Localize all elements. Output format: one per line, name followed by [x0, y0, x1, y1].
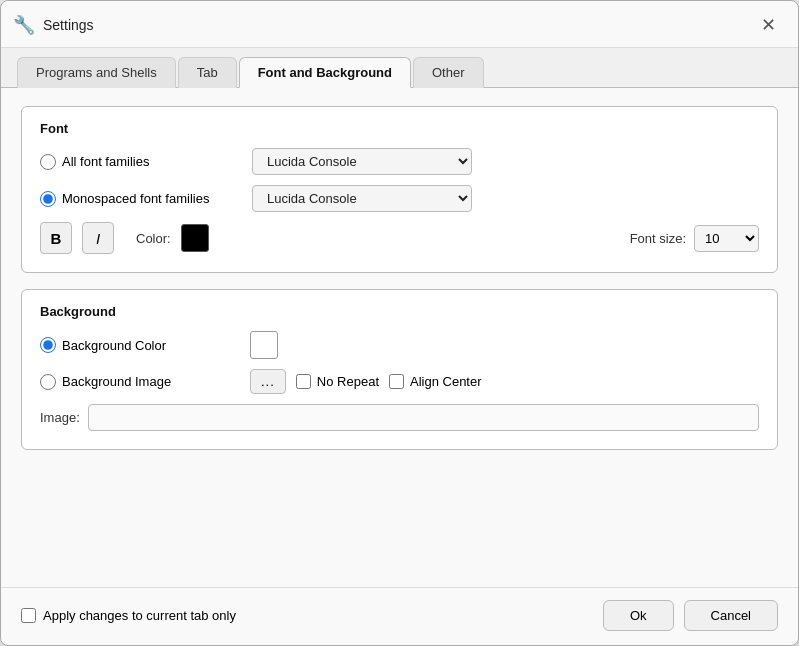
font-size-label: Font size: [630, 231, 686, 246]
cancel-button[interactable]: Cancel [684, 600, 778, 631]
tab-programs-and-shells[interactable]: Programs and Shells [17, 57, 176, 88]
bg-image-row: Background Image ... No Repeat Align Cen… [40, 369, 759, 394]
radio-bg-image-label[interactable]: Background Image [40, 374, 240, 390]
font-size-select[interactable]: 8 9 10 11 12 14 [694, 225, 759, 252]
apply-changes-checkbox[interactable] [21, 608, 36, 623]
apply-changes-text: Apply changes to current tab only [43, 608, 236, 623]
bg-color-row: Background Color [40, 331, 759, 359]
image-label: Image: [40, 410, 80, 425]
close-button[interactable]: ✕ [754, 11, 782, 39]
align-center-label[interactable]: Align Center [389, 374, 482, 389]
settings-dialog: 🔧 Settings ✕ Programs and Shells Tab Fon… [0, 0, 799, 646]
mono-font-row: Monospaced font families Lucida Console … [40, 185, 759, 212]
radio-all-fonts-text: All font families [62, 154, 149, 169]
ok-button[interactable]: Ok [603, 600, 674, 631]
tab-tab[interactable]: Tab [178, 57, 237, 88]
tab-bar: Programs and Shells Tab Font and Backgro… [1, 48, 798, 88]
radio-bg-color-label[interactable]: Background Color [40, 337, 240, 353]
radio-all-fonts[interactable] [40, 154, 56, 170]
no-repeat-checkbox[interactable] [296, 374, 311, 389]
font-section-title: Font [40, 121, 759, 136]
background-section-title: Background [40, 304, 759, 319]
dialog-content: Font All font families Lucida Console Co… [1, 88, 798, 587]
italic-button[interactable]: I [82, 222, 114, 254]
align-center-checkbox[interactable] [389, 374, 404, 389]
tab-font-and-background[interactable]: Font and Background [239, 57, 411, 88]
radio-bg-color[interactable] [40, 337, 56, 353]
tab-other[interactable]: Other [413, 57, 484, 88]
color-label: Color: [136, 231, 171, 246]
browse-button[interactable]: ... [250, 369, 286, 394]
radio-mono-fonts[interactable] [40, 191, 56, 207]
font-select-all[interactable]: Lucida Console Courier New Consolas [252, 148, 472, 175]
apply-changes-label[interactable]: Apply changes to current tab only [21, 608, 593, 623]
radio-bg-image[interactable] [40, 374, 56, 390]
radio-all-fonts-label[interactable]: All font families [40, 154, 240, 170]
font-size-row: Font size: 8 9 10 11 12 14 [630, 225, 759, 252]
bg-color-text: Background Color [62, 338, 166, 353]
all-font-row: All font families Lucida Console Courier… [40, 148, 759, 175]
font-color-swatch[interactable] [181, 224, 209, 252]
settings-icon: 🔧 [13, 14, 35, 36]
bold-icon: B [51, 230, 62, 247]
background-section: Background Background Color Background I… [21, 289, 778, 450]
radio-mono-fonts-label[interactable]: Monospaced font families [40, 191, 240, 207]
bg-image-text: Background Image [62, 374, 171, 389]
format-row: B I Color: Font size: 8 9 10 11 12 14 [40, 222, 759, 254]
align-center-text: Align Center [410, 374, 482, 389]
no-repeat-label[interactable]: No Repeat [296, 374, 379, 389]
dialog-title: Settings [43, 17, 746, 33]
no-repeat-text: No Repeat [317, 374, 379, 389]
title-bar: 🔧 Settings ✕ [1, 1, 798, 48]
bold-button[interactable]: B [40, 222, 72, 254]
bottom-bar: Apply changes to current tab only Ok Can… [1, 587, 798, 645]
image-path-input[interactable] [88, 404, 759, 431]
font-section: Font All font families Lucida Console Co… [21, 106, 778, 273]
image-path-row: Image: [40, 404, 759, 431]
radio-mono-fonts-text: Monospaced font families [62, 191, 209, 206]
bg-color-swatch[interactable] [250, 331, 278, 359]
italic-icon: I [96, 230, 100, 247]
font-select-mono[interactable]: Lucida Console Courier New Consolas [252, 185, 472, 212]
